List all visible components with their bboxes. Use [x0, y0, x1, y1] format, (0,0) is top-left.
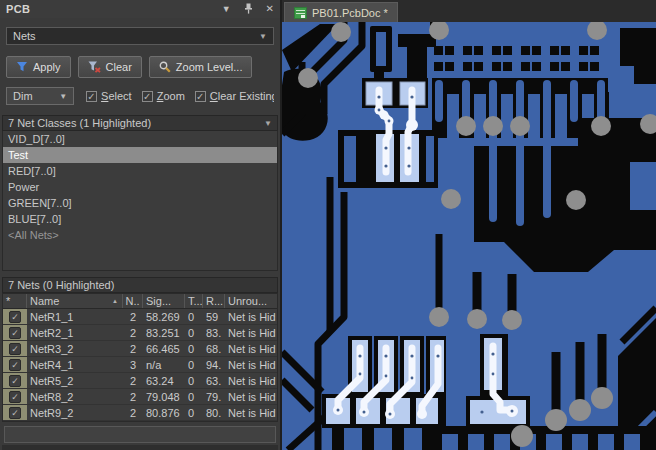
net-checkbox-cell[interactable]: ✓: [3, 341, 27, 356]
net-row[interactable]: ✓NetR8_2279.048079.Net is Hid: [3, 389, 277, 405]
net-type-dropdown[interactable]: Nets ▼: [6, 27, 274, 45]
document-tab[interactable]: PB01.PcbDoc *: [284, 2, 398, 22]
net-name: NetR8_2: [27, 389, 123, 404]
magnifier-icon: [159, 61, 171, 73]
document-tab-label: PB01.PcbDoc *: [312, 7, 388, 19]
net-row[interactable]: ✓NetR2_1283.251083.Net is Hid: [3, 325, 277, 341]
nets-header[interactable]: 7 Nets (0 Highlighted): [2, 277, 278, 293]
net-t-value: 0: [185, 309, 203, 324]
dim-dropdown[interactable]: Dim ▼: [6, 87, 74, 105]
clear-button[interactable]: Clear: [78, 56, 142, 78]
net-signal-length: 79.048: [143, 389, 185, 404]
row-checkbox[interactable]: ✓: [9, 343, 21, 355]
net-class-item[interactable]: <All Nets>: [3, 227, 277, 243]
net-class-item[interactable]: BLUE[7..0]: [3, 211, 277, 227]
net-t-value: 0: [185, 405, 203, 420]
net-node-count: 3: [123, 357, 143, 372]
net-unrouted-status: Net is Hid: [225, 405, 277, 420]
panel-bottom-section: [4, 426, 276, 443]
checkbox-clear-existing[interactable]: ✓Clear Existing: [195, 90, 274, 102]
net-routed-length: 80.: [203, 405, 225, 420]
row-checkbox[interactable]: ✓: [9, 375, 21, 387]
column-header-name[interactable]: Name▲: [27, 294, 123, 308]
net-row[interactable]: ✓NetR9_2280.876080.Net is Hid: [3, 405, 277, 421]
row-checkbox[interactable]: ✓: [9, 359, 21, 371]
checkbox-label: Zoom: [157, 90, 185, 102]
net-row[interactable]: ✓NetR3_2266.465068.Net is Hid: [3, 341, 277, 357]
pcb-panel: PCB ▼ ✕ Nets ▼ Apply Clear: [0, 0, 282, 450]
net-checkbox-cell[interactable]: ✓: [3, 405, 27, 420]
checkbox-box[interactable]: ✓: [195, 91, 206, 102]
net-checkbox-cell[interactable]: ✓: [3, 309, 27, 324]
checkbox-box[interactable]: ✓: [86, 91, 97, 102]
net-routed-length: 68.: [203, 341, 225, 356]
net-class-item[interactable]: Test: [3, 147, 277, 163]
net-t-value: 0: [185, 325, 203, 340]
zoom-level-button[interactable]: Zoom Level...: [149, 56, 253, 78]
net-type-dropdown-value: Nets: [13, 30, 36, 42]
checkbox-select[interactable]: ✓Select: [86, 90, 132, 102]
net-class-item[interactable]: GREEN[7..0]: [3, 195, 277, 211]
row-checkbox[interactable]: ✓: [9, 311, 21, 323]
column-header-t[interactable]: T...: [185, 294, 203, 308]
net-name: NetR1_1: [27, 309, 123, 324]
column-header-n[interactable]: N..: [123, 294, 143, 308]
sort-ascending-icon: ▲: [112, 298, 119, 304]
net-class-item[interactable]: RED[7..0]: [3, 163, 277, 179]
net-routed-length: 79.: [203, 389, 225, 404]
nets-table: *Name▲N..Sig...T...R...Unrou... ✓NetR1_1…: [2, 293, 278, 422]
column-label: N..: [125, 295, 139, 307]
row-checkbox[interactable]: ✓: [9, 327, 21, 339]
checkbox-box[interactable]: ✓: [142, 91, 153, 102]
net-node-count: 2: [123, 341, 143, 356]
net-routed-length: 94.: [203, 357, 225, 372]
dim-dropdown-value: Dim: [13, 90, 33, 102]
net-classes-header[interactable]: 7 Net Classes (1 Highlighted) ▼: [2, 115, 278, 131]
net-class-item[interactable]: Power: [3, 179, 277, 195]
checkbox-label: Select: [101, 90, 132, 102]
net-routed-length: 63.: [203, 373, 225, 388]
altium-pcb-workspace: PCB ▼ ✕ Nets ▼ Apply Clear: [0, 0, 656, 450]
net-signal-length: 58.269: [143, 309, 185, 324]
panel-title: PCB: [6, 3, 30, 15]
column-label: Name: [30, 295, 59, 307]
document-area: PB01.PcbDoc *: [282, 0, 656, 450]
close-icon[interactable]: ✕: [266, 4, 274, 14]
net-name: NetR2_1: [27, 325, 123, 340]
net-routed-length: 83.: [203, 325, 225, 340]
apply-button[interactable]: Apply: [6, 56, 71, 78]
column-label: Sig...: [146, 295, 171, 307]
row-checkbox[interactable]: ✓: [9, 407, 21, 419]
checkbox-label: Clear Existing: [210, 90, 274, 102]
net-class-item[interactable]: VID_D[7..0]: [3, 131, 277, 147]
column-header-r[interactable]: R...: [203, 294, 225, 308]
pin-icon[interactable]: [244, 3, 253, 16]
nets-section: 7 Nets (0 Highlighted) *Name▲N..Sig...T.…: [2, 277, 278, 450]
net-checkbox-cell[interactable]: ✓: [3, 373, 27, 388]
net-signal-length: n/a: [143, 357, 185, 372]
column-label: Unrou...: [228, 295, 267, 307]
nets-table-body: ✓NetR1_1258.269059Net is Hid✓NetR2_1283.…: [3, 309, 277, 421]
net-checkbox-cell[interactable]: ✓: [3, 389, 27, 404]
net-node-count: 2: [123, 309, 143, 324]
net-row[interactable]: ✓NetR1_1258.269059Net is Hid: [3, 309, 277, 325]
panel-menu-chevron-icon[interactable]: ▼: [222, 5, 231, 14]
net-t-value: 0: [185, 389, 203, 404]
net-checkbox-cell[interactable]: ✓: [3, 357, 27, 372]
net-checkbox-cell[interactable]: ✓: [3, 325, 27, 340]
column-label: R...: [206, 295, 223, 307]
column-header-star[interactable]: *: [3, 294, 27, 308]
net-unrouted-status: Net is Hid: [225, 357, 277, 372]
net-row[interactable]: ✓NetR4_13n/a094.Net is Hid: [3, 357, 277, 373]
net-row[interactable]: ✓NetR5_2263.24063.Net is Hid: [3, 373, 277, 389]
net-signal-length: 83.251: [143, 325, 185, 340]
chevron-down-icon: ▼: [259, 32, 267, 41]
column-header-sig[interactable]: Sig...: [143, 294, 185, 308]
column-header-unrou[interactable]: Unrou...: [225, 294, 277, 308]
row-checkbox[interactable]: ✓: [9, 391, 21, 403]
column-label: T...: [188, 295, 203, 307]
chevron-down-icon: ▼: [59, 92, 67, 101]
nets-table-empty-area: [2, 422, 278, 424]
pcb-canvas[interactable]: [282, 22, 656, 450]
checkbox-zoom[interactable]: ✓Zoom: [142, 90, 185, 102]
